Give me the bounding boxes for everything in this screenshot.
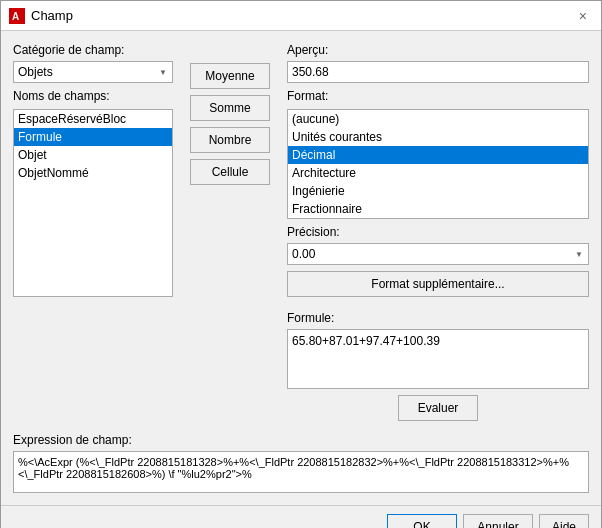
list-item[interactable]: ObjetNommé (14, 164, 172, 182)
evaluer-button[interactable]: Evaluer (398, 395, 478, 421)
category-label: Catégorie de champ: (13, 43, 173, 57)
format-item[interactable]: Unités courantes (288, 128, 588, 146)
ok-button[interactable]: OK (387, 514, 457, 528)
close-button[interactable]: × (573, 6, 593, 26)
svg-text:A: A (12, 11, 19, 22)
formule-section: Formule: 65.80+87.01+97.47+100.39 Evalue… (287, 311, 589, 421)
category-select-wrapper: Objets Date & heure Document Liens et ch… (13, 61, 173, 83)
category-select[interactable]: Objets Date & heure Document Liens et ch… (13, 61, 173, 83)
category-row: Catégorie de champ: Objets Date & heure … (13, 43, 173, 83)
formule-row: Formule: 65.80+87.01+97.47+100.39 Evalue… (13, 307, 589, 421)
precision-row: Précision: 0 0.0 0.00 0.000 0.0000 (287, 225, 589, 265)
title-bar: A Champ × (1, 1, 601, 31)
formule-spacer2 (185, 307, 275, 421)
expression-textarea[interactable]: %<\AcExpr (%<\_FldPtr 2208815181328>%+%<… (13, 451, 589, 493)
title-bar-left: A Champ (9, 8, 73, 24)
bottom-buttons: OK Annuler Aide (1, 505, 601, 528)
dialog-title: Champ (31, 8, 73, 23)
precision-label: Précision: (287, 225, 589, 239)
apercu-label: Aperçu: (287, 43, 589, 57)
field-names-label: Noms de champs: (13, 89, 173, 103)
list-item[interactable]: Formule (14, 128, 172, 146)
format-item[interactable]: (aucune) (288, 110, 588, 128)
dialog-body: Catégorie de champ: Objets Date & heure … (1, 31, 601, 505)
format-label: Format: (287, 89, 589, 103)
format-item[interactable]: Décimal (288, 146, 588, 164)
precision-select-wrapper: 0 0.0 0.00 0.000 0.0000 (287, 243, 589, 265)
format-item[interactable]: Ingénierie (288, 182, 588, 200)
somme-button[interactable]: Somme (190, 95, 270, 121)
format-item[interactable]: Scientifique (288, 218, 588, 219)
expression-section: Expression de champ: %<\AcExpr (%<\_FldP… (13, 433, 589, 493)
app-icon: A (9, 8, 25, 24)
middle-panel: Moyenne Somme Nombre Cellule (185, 43, 275, 297)
aide-button[interactable]: Aide (539, 514, 589, 528)
right-panel: Aperçu: Format: (aucune) Unités courante… (287, 43, 589, 297)
left-panel: Catégorie de champ: Objets Date & heure … (13, 43, 173, 297)
list-item[interactable]: EspaceRéservéBloc (14, 110, 172, 128)
nombre-button[interactable]: Nombre (190, 127, 270, 153)
format-item[interactable]: Fractionnaire (288, 200, 588, 218)
list-item[interactable]: Objet (14, 146, 172, 164)
cellule-button[interactable]: Cellule (190, 159, 270, 185)
moyenne-button[interactable]: Moyenne (190, 63, 270, 89)
expression-label: Expression de champ: (13, 433, 589, 447)
formule-textarea[interactable]: 65.80+87.01+97.47+100.39 (287, 329, 589, 389)
annuler-button[interactable]: Annuler (463, 514, 533, 528)
apercu-input[interactable] (287, 61, 589, 83)
top-section: Catégorie de champ: Objets Date & heure … (13, 43, 589, 297)
formule-spacer (13, 307, 173, 421)
apercu-section: Aperçu: (287, 43, 589, 83)
format-list[interactable]: (aucune) Unités courantes Décimal Archit… (287, 109, 589, 219)
precision-select[interactable]: 0 0.0 0.00 0.000 0.0000 (287, 243, 589, 265)
formule-label: Formule: (287, 311, 589, 325)
champ-dialog: A Champ × Catégorie de champ: Objets Dat… (0, 0, 602, 528)
field-names-list[interactable]: EspaceRéservéBloc Formule Objet ObjetNom… (13, 109, 173, 297)
evaluer-row: Evaluer (287, 395, 589, 421)
format-item[interactable]: Architecture (288, 164, 588, 182)
format-supplementaire-button[interactable]: Format supplémentaire... (287, 271, 589, 297)
